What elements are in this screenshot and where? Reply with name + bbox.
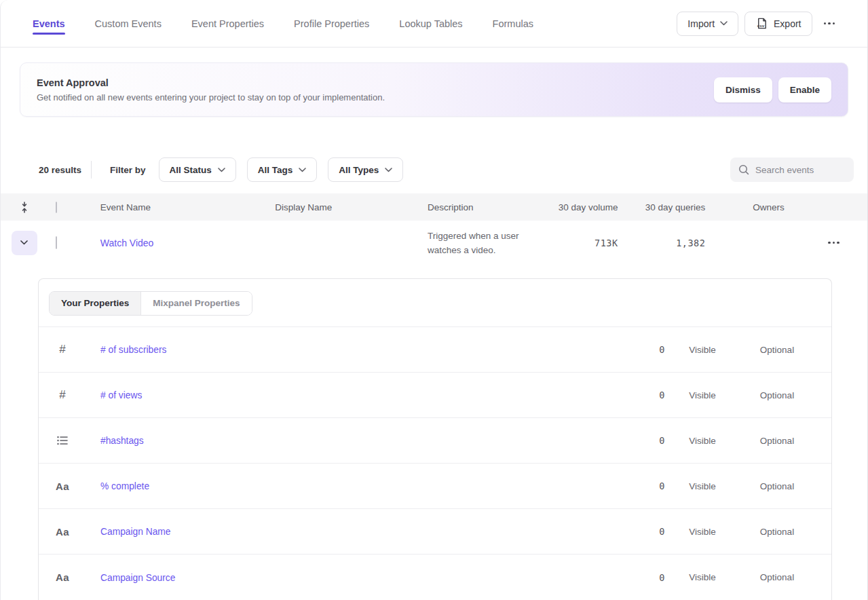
status-filter-dropdown[interactable]: All Status [159,157,236,182]
divider [91,161,92,179]
hash-icon: # [59,343,65,356]
properties-tab-switcher: Your Properties Mixpanel Properties [49,291,252,316]
property-count: 0 [605,526,665,537]
column-event-name[interactable]: Event Name [89,202,276,212]
banner-text: Event Approval Get notified on all new e… [37,77,385,102]
export-button-label: Export [774,18,801,29]
import-button[interactable]: Import [677,12,738,36]
property-link[interactable]: Campaign Source [100,573,175,583]
table-header: Event Name Display Name Description 30 d… [1,193,867,221]
property-link[interactable]: Campaign Name [100,527,171,537]
types-filter-dropdown[interactable]: All Types [328,157,403,182]
property-visibility: Visible [665,527,740,537]
column-30-day-queries[interactable]: 30 day queries [624,202,711,212]
properties-panel: Your Properties Mixpanel Properties # # … [38,278,832,600]
property-requirement: Optional [740,345,814,355]
event-name-link[interactable]: Watch Video [100,238,154,248]
tab-formulas[interactable]: Formulas [493,0,533,47]
row-checkbox[interactable] [56,236,57,249]
tags-filter-dropdown[interactable]: All Tags [247,157,318,182]
collapse-row-button[interactable] [12,231,37,255]
property-link[interactable]: # of views [100,390,142,400]
tab-mixpanel-properties[interactable]: Mixpanel Properties [140,292,251,315]
property-row: #hashtags 0 Visible Optional [39,418,831,464]
more-options-button[interactable] [818,16,841,32]
search-icon [738,164,749,175]
property-requirement: Optional [740,527,814,537]
event-row: Watch Video Triggered when a user watche… [1,221,867,265]
property-row: Aa % complete 0 Visible Optional [39,464,831,509]
column-description[interactable]: Description [428,202,558,212]
banner-title: Event Approval [37,77,385,88]
chevron-down-icon [20,240,28,245]
filter-by-label: Filter by [110,165,146,175]
tab-event-properties[interactable]: Event Properties [191,0,264,47]
search-box [730,157,854,182]
chevron-down-icon [218,168,225,172]
event-approval-banner: Event Approval Get notified on all new e… [20,62,848,117]
chevron-down-icon [299,168,306,172]
property-requirement: Optional [740,481,814,491]
row-more-options-button[interactable] [828,242,839,244]
text-icon: Aa [56,481,69,492]
event-description: Triggered when a user watches a video. [428,229,558,257]
column-display-name[interactable]: Display Name [275,202,428,212]
nav-actions: Import csv Export [677,0,867,47]
svg-text:csv: csv [757,23,765,28]
banner-subtitle: Get notified on all new events entering … [37,92,385,102]
export-button[interactable]: csv Export [744,12,812,36]
property-count: 0 [605,390,665,400]
search-input[interactable] [755,165,844,175]
hash-icon: # [59,388,65,402]
collapse-all-icon[interactable] [20,202,29,213]
properties-panel-header: Your Properties Mixpanel Properties [39,279,831,327]
property-visibility: Visible [665,390,740,400]
property-row: # # of views 0 Visible Optional [39,373,831,418]
top-nav: Events Custom Events Event Properties Pr… [1,0,867,48]
banner-actions: Dismiss Enable [714,77,831,102]
property-requirement: Optional [740,572,814,582]
property-count: 0 [605,435,665,446]
property-link[interactable]: #hashtags [100,436,144,446]
property-count: 0 [605,572,665,583]
property-visibility: Visible [665,481,740,491]
property-count: 0 [605,344,665,355]
property-requirement: Optional [740,390,814,400]
text-icon: Aa [56,526,69,538]
status-filter-label: All Status [170,165,212,175]
tab-custom-events[interactable]: Custom Events [95,0,162,47]
column-30-day-volume[interactable]: 30 day volume [558,202,624,212]
dismiss-button[interactable]: Dismiss [714,77,772,102]
select-all-checkbox[interactable] [56,202,57,213]
property-row: Aa Campaign Source 0 Visible Optional [39,555,831,600]
nav-tabs: Events Custom Events Event Properties Pr… [33,0,533,47]
property-requirement: Optional [740,436,814,446]
column-owners[interactable]: Owners [710,202,800,212]
property-link[interactable]: % complete [100,481,149,491]
tab-events[interactable]: Events [33,0,65,47]
tags-filter-label: All Tags [258,165,293,175]
tab-your-properties[interactable]: Your Properties [50,292,140,315]
filter-bar: 20 results Filter by All Status All Tags… [1,157,867,182]
import-button-label: Import [687,18,715,29]
property-count: 0 [605,481,665,491]
property-visibility: Visible [665,345,740,355]
tab-profile-properties[interactable]: Profile Properties [294,0,369,47]
chevron-down-icon [385,168,392,172]
list-icon [57,436,68,445]
property-row: Aa Campaign Name 0 Visible Optional [39,509,831,555]
tab-lookup-tables[interactable]: Lookup Tables [399,0,462,47]
chevron-down-icon [720,21,728,26]
property-row: # # of subscribers 0 Visible Optional [39,327,831,373]
csv-file-icon: csv [755,17,768,30]
enable-button[interactable]: Enable [778,77,831,102]
event-volume: 713K [558,238,624,248]
property-visibility: Visible [665,436,740,446]
results-count: 20 results [39,165,81,175]
text-icon: Aa [56,571,69,583]
event-queries: 1,382 [624,238,711,248]
property-link[interactable]: # of subscribers [100,345,166,355]
types-filter-label: All Types [339,165,379,175]
property-visibility: Visible [665,572,740,582]
lexicon-page: Events Custom Events Event Properties Pr… [0,0,868,600]
